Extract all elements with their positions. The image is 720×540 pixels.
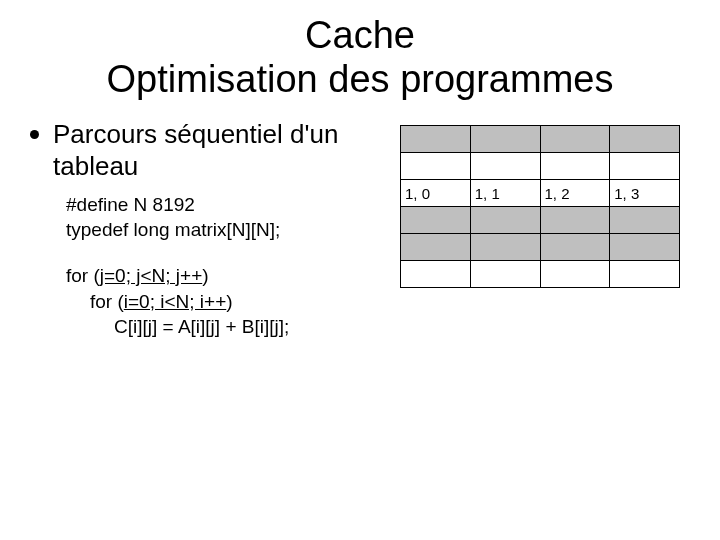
table-cell (540, 261, 610, 288)
table-cell: 1, 0 (401, 180, 471, 207)
table-cell (470, 153, 540, 180)
table-cell (401, 234, 471, 261)
table-cell (610, 126, 680, 153)
bullet-text: Parcours séquentiel d'un tableau (53, 119, 390, 181)
table-cell (610, 234, 680, 261)
code-fragment: ) (202, 265, 208, 286)
table-row (401, 153, 680, 180)
code-spacer (66, 243, 390, 263)
code-line: #define N 8192 (66, 192, 390, 218)
right-column: 1, 01, 11, 21, 3 (400, 119, 690, 288)
table-cell (610, 207, 680, 234)
code-line: typedef long matrix[N][N]; (66, 217, 390, 243)
left-column: Parcours séquentiel d'un tableau #define… (30, 119, 400, 340)
code-line: for (i=0; i<N; i++) (90, 289, 390, 315)
table-cell (470, 126, 540, 153)
code-fragment: ) (226, 291, 232, 312)
table-cell (540, 234, 610, 261)
table-cell (401, 126, 471, 153)
table-cell (401, 261, 471, 288)
table-row: 1, 01, 11, 21, 3 (401, 180, 680, 207)
table-cell: 1, 1 (470, 180, 540, 207)
table-cell (470, 234, 540, 261)
table-cell (470, 207, 540, 234)
title-line-1: Cache (305, 14, 415, 56)
code-fragment: for ( (66, 265, 100, 286)
slide: Cache Optimisation des programmes Parcou… (0, 0, 720, 540)
slide-title: Cache Optimisation des programmes (30, 14, 690, 101)
table-cell (540, 153, 610, 180)
code-line: C[i][j] = A[i][j] + B[i][j]; (114, 314, 390, 340)
code-fragment-underline: i=0; i<N; i++ (124, 291, 226, 312)
bullet-item: Parcours séquentiel d'un tableau (30, 119, 390, 181)
table-row (401, 126, 680, 153)
table-cell (610, 153, 680, 180)
table-cell (401, 207, 471, 234)
bullet-dot-icon (30, 130, 39, 139)
table-cell (610, 261, 680, 288)
code-block: #define N 8192 typedef long matrix[N][N]… (66, 192, 390, 340)
title-line-2: Optimisation des programmes (107, 58, 614, 100)
table-row (401, 234, 680, 261)
matrix-table: 1, 01, 11, 21, 3 (400, 125, 680, 288)
table-row (401, 261, 680, 288)
code-line: for (j=0; j<N; j++) (66, 263, 390, 289)
code-fragment-underline: j=0; j<N; j++ (100, 265, 202, 286)
table-cell (470, 261, 540, 288)
slide-body: Parcours séquentiel d'un tableau #define… (30, 119, 690, 340)
table-row (401, 207, 680, 234)
table-cell (540, 207, 610, 234)
table-cell: 1, 3 (610, 180, 680, 207)
code-fragment: for ( (90, 291, 124, 312)
table-cell (540, 126, 610, 153)
table-cell: 1, 2 (540, 180, 610, 207)
table-cell (401, 153, 471, 180)
